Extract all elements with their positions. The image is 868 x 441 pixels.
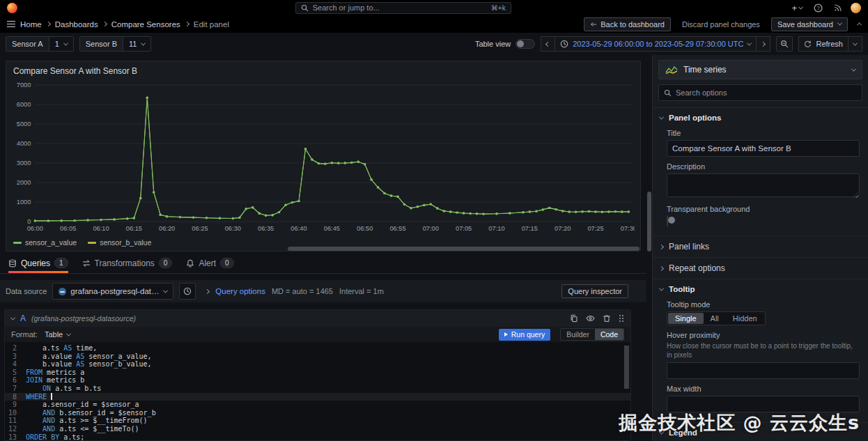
duplicate-query-icon[interactable]: [570, 314, 578, 323]
svg-text:06:10: 06:10: [93, 224, 109, 232]
add-button[interactable]: +: [789, 1, 805, 14]
clock-icon: [560, 40, 568, 48]
variable-sensor-b[interactable]: Sensor B 11: [79, 36, 152, 52]
format-select[interactable]: Table: [42, 330, 73, 339]
timeseries-chart: 0100020003000400050006000700006:0006:050…: [12, 79, 635, 237]
tab-queries[interactable]: Queries 1: [8, 253, 68, 273]
panel-title: Compare Sensor A with Sensor B: [13, 66, 635, 76]
code-lines: 2 a.ts AS time,3 a.value AS sensor_a_val…: [5, 344, 630, 440]
editor-scrollbar[interactable]: [624, 346, 629, 389]
time-range-button[interactable]: 2023-05-29 06:00:00 to 2023-05-29 07:30:…: [555, 36, 757, 52]
code-line: 3 a.value AS sensor_a_value,: [5, 353, 630, 361]
svg-text:4000: 4000: [17, 139, 31, 147]
query-options-toggle[interactable]: Query options MD = auto = 1465 Interval …: [206, 287, 384, 295]
tooltip-header[interactable]: Tooltip: [653, 279, 868, 299]
chevron-right-icon: [46, 22, 51, 26]
refresh-control: Refresh: [798, 36, 862, 52]
variable-label: Sensor B: [80, 37, 123, 51]
help-icon[interactable]: ?: [811, 1, 826, 14]
tooltip-mode-all[interactable]: All: [704, 313, 726, 324]
table-view-toggle[interactable]: [516, 39, 535, 49]
query-history-button[interactable]: [179, 283, 196, 300]
legend-header[interactable]: Legend: [653, 423, 868, 441]
breadcrumb-edit-panel: Edit panel: [194, 20, 229, 29]
breadcrumb-home[interactable]: Home: [20, 20, 42, 29]
menu-icon[interactable]: [7, 21, 15, 27]
repeat-options-row[interactable]: Repeat options: [653, 257, 868, 279]
collapse-query-icon[interactable]: [10, 315, 15, 320]
panel-links-row[interactable]: Panel links: [653, 235, 868, 257]
query-row-header[interactable]: A (grafana-postgresql-datasource): [5, 310, 630, 327]
chevron-right-icon: [659, 265, 664, 270]
back-to-dashboard-button[interactable]: Back to dashboard: [584, 17, 671, 31]
options-search[interactable]: [658, 84, 862, 101]
svg-text:07:20: 07:20: [555, 224, 571, 232]
horizontal-scrollbar[interactable]: [288, 247, 640, 251]
zoom-out-time-button[interactable]: [776, 36, 793, 52]
format-label: Format:: [11, 330, 38, 339]
max-width-input[interactable]: [667, 396, 860, 412]
tooltip-mode-group: Single All Hidden: [667, 311, 766, 325]
interval-stat: Interval = 1m: [339, 287, 384, 295]
svg-text:3000: 3000: [17, 159, 31, 167]
breadcrumb-dashboards[interactable]: Dashboards: [55, 20, 98, 29]
chevron-down-icon: [659, 114, 664, 119]
discard-panel-changes-button[interactable]: Discard panel changes: [676, 17, 766, 31]
save-dashboard-button[interactable]: Save dashboard: [771, 17, 848, 31]
tab-transformations[interactable]: Transformations 0: [82, 253, 173, 273]
panel-description-textarea[interactable]: [667, 173, 860, 197]
builder-mode-option[interactable]: Builder: [561, 329, 595, 340]
news-icon[interactable]: [831, 1, 845, 14]
tooltip-mode-hidden[interactable]: Hidden: [726, 313, 764, 324]
grafana-logo-icon[interactable]: [7, 3, 17, 13]
query-inspector-button[interactable]: Query inspector: [561, 284, 628, 298]
global-search[interactable]: ⌘+k: [295, 2, 511, 14]
main-scrollbar: [646, 55, 652, 441]
tab-alert[interactable]: Alert 0: [186, 253, 233, 273]
main-scrollbar-thumb[interactable]: [647, 192, 651, 252]
time-shift-back-button[interactable]: [541, 36, 555, 52]
breadcrumb: Home Dashboards Compare Sensores Edit pa…: [20, 20, 229, 29]
delete-query-trash-icon[interactable]: [603, 314, 611, 323]
text-cursor: [51, 393, 52, 400]
breadcrumb-dashboard-name[interactable]: Compare Sensores: [111, 20, 180, 29]
time-range-picker: 2023-05-29 06:00:00 to 2023-05-29 07:30:…: [541, 36, 770, 52]
code-line: 12 AND a.ts <= $__timeTo(): [5, 425, 630, 433]
tooltip-mode-single[interactable]: Single: [668, 313, 704, 324]
timeseries-panel[interactable]: Compare Sensor A with Sensor B 010002000…: [6, 61, 641, 252]
refresh-button[interactable]: Refresh: [798, 36, 848, 52]
query-toolbar: Data source grafana-postgresql-data... Q…: [0, 280, 646, 302]
alert-count-badge: 0: [220, 258, 234, 268]
visualization-picker[interactable]: Time series: [658, 60, 862, 79]
time-shift-forward-button[interactable]: [757, 36, 770, 52]
svg-text:2000: 2000: [17, 178, 31, 186]
datasource-picker[interactable]: grafana-postgresql-data...: [52, 283, 173, 300]
svg-text:6000: 6000: [17, 100, 31, 108]
refresh-interval-caret[interactable]: [848, 36, 862, 52]
transparent-background-toggle[interactable]: [667, 215, 668, 226]
code-mode-option[interactable]: Code: [595, 329, 623, 340]
svg-text:06:15: 06:15: [126, 224, 142, 232]
variable-sensor-a[interactable]: Sensor A 1: [6, 36, 74, 52]
hide-query-eye-icon[interactable]: [586, 314, 595, 323]
play-icon: [504, 332, 508, 336]
editor-mode-switch: Builder Code: [560, 328, 624, 341]
hover-proximity-input[interactable]: [667, 362, 860, 379]
sql-code-editor[interactable]: 2 a.ts AS time,3 a.value AS sensor_a_val…: [5, 342, 630, 440]
legend-item[interactable]: sensor_a_value: [13, 238, 77, 247]
code-line: 13ORDER BY a.ts;: [5, 433, 630, 440]
panel-title-input[interactable]: [667, 140, 860, 157]
panel-options-header[interactable]: Panel options: [653, 108, 868, 127]
save-options-caret-icon[interactable]: [837, 21, 842, 26]
chevron-down-icon: [747, 40, 752, 45]
legend-item[interactable]: sensor_b_value: [88, 238, 151, 247]
user-avatar[interactable]: [851, 3, 861, 13]
global-search-input[interactable]: [313, 3, 487, 12]
svg-text:06:55: 06:55: [389, 224, 405, 232]
run-query-button[interactable]: Run query: [499, 329, 550, 341]
collapse-pane-icon[interactable]: [857, 22, 862, 27]
history-clock-icon: [183, 287, 192, 295]
transformations-count-badge: 0: [159, 258, 173, 268]
drag-handle-icon[interactable]: [619, 314, 624, 323]
options-search-input[interactable]: [676, 88, 857, 97]
